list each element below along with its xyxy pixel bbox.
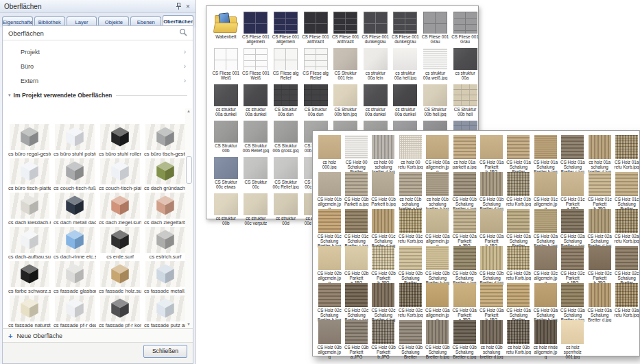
texture-item[interactable]: CS Holz 01b Schalung Bretter d.jpg	[479, 172, 503, 211]
texture-item[interactable]: CS Holz 02c Parkett a.JPG	[560, 246, 585, 285]
new-surface-button[interactable]: + Neue Oberfläche	[3, 329, 193, 343]
texture-item[interactable]: CS Holz 02a Schalung Bretter a.JPG	[506, 209, 531, 248]
scroll-down-icon[interactable]: ▼	[185, 321, 192, 328]
texture-item[interactable]: CS Holz 02a Schalung Bretter b.jpg	[533, 209, 558, 248]
texture-item[interactable]: CS Fliese 001 dunkelgrau versetzt.tif	[392, 12, 420, 45]
texture-item[interactable]: cs struktur 00a dunkel fein.jpg	[362, 84, 390, 117]
texture-item[interactable]: CS Struktur 00b Relief.jpg	[242, 121, 270, 153]
texture-item[interactable]: CS Holz 01a Schalung Bretter c.jpg	[560, 135, 585, 174]
material-item[interactable]: cs dach ziegelfarbe.s...	[144, 193, 187, 226]
texture-item[interactable]: CS Holz 03a Schalung Bretter d.jpg	[587, 283, 612, 322]
texture-item[interactable]: CS Holz 02a Schalung Bretter d.jpg	[587, 209, 612, 248]
texture-item[interactable]: CS Holz 03a Parkett b.JPG	[479, 283, 503, 322]
texture-item[interactable]: CS Holz 01b allgemein.jpg	[317, 172, 342, 211]
pin-icon[interactable]	[174, 1, 183, 11]
texture-item[interactable]: cs struktur 00b verputz.jpg	[212, 193, 240, 226]
texture-item[interactable]: CS Holz 01b retu Korb.jpg	[506, 172, 531, 206]
texture-item[interactable]: CS Holz 01c Schalung Bretter b.jpg	[317, 209, 342, 248]
texture-item[interactable]: cs struktur 00a dunkel gross.jpg	[392, 84, 420, 117]
texture-item[interactable]: CS Holz 01a Schalung Bretter a.JPG	[506, 135, 531, 174]
texture-item[interactable]: CS Fliese 001 allgemein hochk.tif	[242, 12, 270, 45]
texture-item[interactable]: CS Fliese 001 allgemein versetzt.tif	[272, 12, 300, 45]
texture-item[interactable]: CS Struktur 00c Relief.jpg	[272, 157, 300, 189]
texture-item[interactable]: cs struktur 00a hell.jpg	[392, 48, 420, 80]
texture-item[interactable]: CS Holz 01c Schalung Bretter a.JPG	[614, 172, 639, 211]
group-header[interactable]: ▾ Im Projekt verwendete Oberflächen	[3, 89, 193, 100]
material-item[interactable]: cs büro regal-gestell...	[8, 124, 51, 157]
texture-item[interactable]: CS Holz 03a retu Korb.jpg	[614, 283, 639, 317]
texture-item[interactable]: cs holz 01a schalung bretter d.jpg	[587, 135, 612, 174]
texture-item[interactable]: CS Holz 01c retu Korb.jpg	[398, 209, 423, 243]
texture-item[interactable]: CS Holz 02c allgemein.jpg	[533, 246, 558, 285]
material-item[interactable]: cs farbe schwarz.surf	[8, 261, 51, 294]
material-item[interactable]: cs büro stuhl rollen s...	[99, 124, 141, 157]
texture-item[interactable]: CS Holz 02b allgemein.jpg	[317, 246, 342, 285]
texture-item[interactable]: CS Struktur 00b hell Fassade 2.jpg	[451, 84, 479, 117]
material-item[interactable]: cs fassade metall.surf	[144, 261, 187, 294]
nav-item-projekt[interactable]: Projekt›	[3, 45, 193, 59]
texture-item[interactable]: CS Holz 03a allgemein.jpg	[425, 283, 450, 322]
material-item[interactable]: cs büro tisch-platte...	[8, 158, 51, 191]
texture-item[interactable]: cs holz 00 schalung bretter d.jpg	[371, 135, 396, 174]
texture-item[interactable]: CS Holz 02a Schalung Bretter c.jpg	[560, 209, 585, 248]
texture-item[interactable]: cs holz 000.jpg	[317, 135, 342, 169]
texture-item[interactable]: CS Struktur 00c etwas Fassade 1.jpg	[212, 157, 240, 190]
texture-item[interactable]: CS Holz 03b Parkett b.JPG	[371, 320, 396, 359]
texture-item[interactable]: CS Holz 03a Parkett a.JPG	[452, 283, 477, 322]
material-item[interactable]: cs büro tisch-gestell...	[144, 124, 187, 157]
scrollbar-thumb[interactable]	[186, 156, 192, 184]
texture-item[interactable]: cs struktur 00a dunkel 180g.jpg	[212, 84, 240, 117]
texture-item[interactable]: cs struktur 00d verputz.jpg	[272, 193, 300, 226]
texture-item[interactable]: CS Holz 03a Schalung Bretter a.JPG	[506, 283, 531, 322]
close-icon[interactable]: ×	[183, 1, 193, 11]
material-item[interactable]: cs erde.surf	[99, 227, 141, 260]
texture-item[interactable]: CS Struktur 00b hell.jpg	[421, 84, 449, 117]
material-item[interactable]: cs fassade glasbau k...	[54, 261, 96, 294]
material-item[interactable]: cs couch-tisch-fußa...	[54, 158, 96, 191]
texture-item[interactable]: cs holz 03b schalung bretter d.jpg	[479, 320, 503, 359]
texture-item[interactable]: CS Holz 02c Schalung Bretter a.JPG	[614, 246, 639, 285]
texture-item[interactable]: cs holz 03b retu Korb.jpg	[506, 320, 531, 354]
texture-item[interactable]: cs struktur 00c verputz 2.jpg	[242, 193, 270, 226]
texture-item[interactable]: cs struktur 00a weiß.jpg	[421, 48, 449, 80]
texture-item[interactable]: CS Holz 01b Parkett a.jpg	[344, 172, 368, 206]
texture-item[interactable]: CS Fliese 001 anthrazit versetzt.tif	[331, 12, 359, 45]
material-item[interactable]: cs fassade pf-r deck...	[54, 295, 96, 328]
texture-item[interactable]: CS Holz 02a Parkett a.JPG	[452, 209, 477, 248]
texture-item[interactable]: CS Fliese 001 Weiß versetzt.TIF	[242, 48, 270, 81]
texture-item[interactable]: CS Holz 03b allgemein.jpg	[317, 320, 342, 359]
texture-item[interactable]: CS Holz 02a Parkett b.JPG	[479, 209, 503, 248]
texture-item[interactable]: CS Struktur 00a dun Fassade 2.jpg	[302, 84, 330, 117]
texture-item[interactable]: CS Holz 01c Parkett a.JPG	[560, 172, 585, 211]
search-icon[interactable]	[179, 27, 187, 39]
texture-item[interactable]: CS Holz 02b Schalung Bretter c.jpg	[452, 246, 477, 285]
texture-item[interactable]: CS Struktur 00b fein.jpg	[331, 84, 359, 117]
texture-item[interactable]: CS Holz 02b retu Korb.jpg	[506, 246, 531, 280]
nav-item-extern[interactable]: Extern›	[3, 73, 193, 88]
texture-item[interactable]: CS Struktur 00b 180dreh.jpg	[212, 121, 240, 154]
material-item[interactable]: cs fassade pf-r konst...	[99, 295, 141, 328]
texture-item[interactable]: CS Struktur 00a dun Fassade 1.jpg	[272, 84, 300, 117]
texture-item[interactable]: CS Fliese 001 anthrazit hochk.tif	[302, 12, 330, 45]
texture-item[interactable]: CS Struktur 00c Fassade.jpg	[242, 157, 270, 190]
texture-item[interactable]: CS Holz 01b Schalung Bretter c.jpg	[452, 172, 477, 211]
texture-item[interactable]: CS Holz 03a Schalung Bretter c.jpg	[560, 283, 585, 322]
texture-item[interactable]: CS Holz 01a retu Korb.jpg	[614, 135, 639, 169]
texture-item[interactable]: cs holz sperrholz 001.jpg	[560, 320, 585, 359]
material-item[interactable]: cs dach gründach.surf	[144, 158, 187, 191]
texture-item[interactable]: cs holz 01b schalung bretter b.jpg	[425, 172, 450, 211]
texture-item[interactable]: CS Holz 02b Parkett b.JPG	[371, 246, 396, 285]
texture-item[interactable]: CS Holz 03b Schalung Bretter a.JPG	[398, 320, 423, 359]
texture-item[interactable]: cs holz rinde allgemein.jpg	[533, 320, 558, 359]
texture-folder-item[interactable]: Wabenbett	[212, 12, 240, 39]
texture-item[interactable]: CS Holz 01c Schalung Bretter c.jpg	[344, 209, 368, 248]
texture-item[interactable]: CS Holz 02b Schalung Bretter a.JPG	[398, 246, 423, 285]
texture-item[interactable]: CS Holz 01a Parkett b.JPG	[479, 135, 503, 174]
texture-item[interactable]: CS Holz 03b Parkett a.JPG	[344, 320, 368, 359]
texture-item[interactable]: CS Fliese 001 Grau versetzt.TIF	[451, 12, 479, 45]
texture-item[interactable]: cs holz 01b schalung bretter a.jpg	[398, 172, 423, 211]
texture-item[interactable]: CS Holz 02c Schalung Bretter b.jpg	[317, 283, 342, 322]
texture-item[interactable]: CS Holz 02b Parkett a.JPG	[344, 246, 368, 285]
nav-item-büro[interactable]: Büro›	[3, 59, 193, 73]
texture-item[interactable]: CS Fliese alg Relief versetzt.jpg	[302, 48, 330, 81]
